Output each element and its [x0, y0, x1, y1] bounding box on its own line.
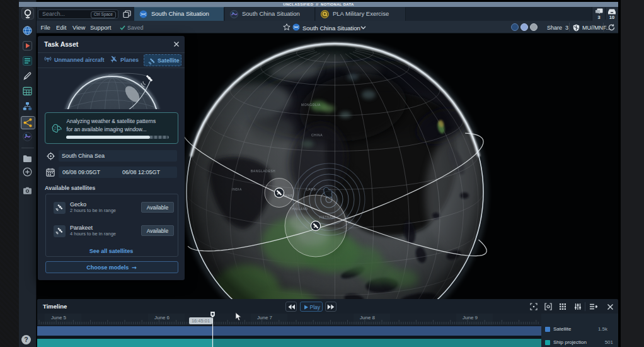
svg-text:INDIA: INDIA: [232, 187, 242, 191]
svg-text:BANGLADESH: BANGLADESH: [251, 169, 275, 173]
svg-text:MONGOLIA: MONGOLIA: [301, 103, 321, 107]
svg-text:CHINA: CHINA: [311, 133, 323, 137]
